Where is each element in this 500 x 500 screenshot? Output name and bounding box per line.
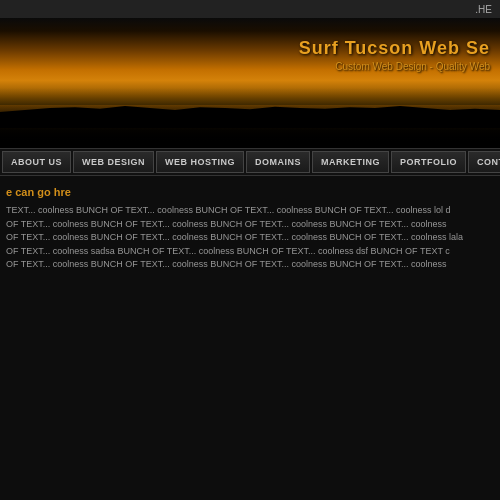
content-line-3: OF TEXT... coolness sadsa BUNCH OF TEXT.… — [6, 246, 450, 256]
nav-item-about-us[interactable]: ABOUT US — [2, 151, 71, 173]
navigation: ABOUT USWEB DESIGNWEB HOSTINGDOMAINSMARK… — [0, 148, 500, 176]
nav-item-domains[interactable]: DOMAINS — [246, 151, 310, 173]
site-title: Surf Tucson Web Se — [299, 38, 490, 59]
top-bar: .HE — [0, 0, 500, 18]
nav-item-web-design[interactable]: WEB DESIGN — [73, 151, 154, 173]
nav-item-contact[interactable]: CONTACT — [468, 151, 500, 173]
hero-banner: Surf Tucson Web Se Custom Web Design - Q… — [0, 18, 500, 148]
page-heading: e can go hre — [6, 186, 494, 198]
nav-item-portfolio[interactable]: PORTFOLIO — [391, 151, 466, 173]
content-line-1: OF TEXT... coolness BUNCH OF TEXT... coo… — [6, 219, 446, 229]
content-line-4: OF TEXT... coolness BUNCH OF TEXT... coo… — [6, 259, 446, 269]
hero-text-block: Surf Tucson Web Se Custom Web Design - Q… — [299, 38, 490, 72]
content-line-2: OF TEXT... coolness BUNCH OF TEXT... coo… — [6, 232, 463, 242]
top-bar-label: .HE — [475, 4, 492, 15]
site-subtitle: Custom Web Design - Quality Web — [299, 61, 490, 72]
nav-item-web-hosting[interactable]: WEB HOSTING — [156, 151, 244, 173]
content-body: TEXT... coolness BUNCH OF TEXT... coolne… — [6, 204, 494, 272]
content-line-0: TEXT... coolness BUNCH OF TEXT... coolne… — [6, 205, 451, 215]
main-content: e can go hre TEXT... coolness BUNCH OF T… — [0, 176, 500, 500]
nav-item-marketing[interactable]: MARKETING — [312, 151, 389, 173]
